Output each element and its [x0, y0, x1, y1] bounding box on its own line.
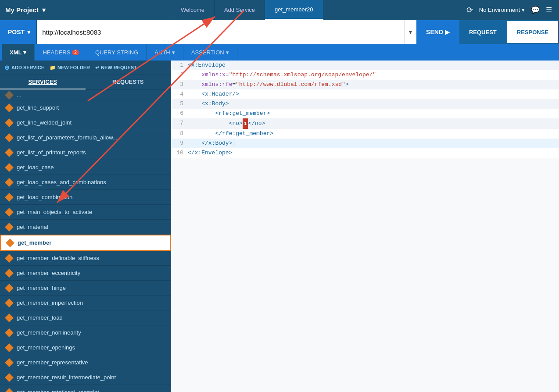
assertion-chevron-icon: ▾: [226, 49, 229, 56]
list-item-get-line-support[interactable]: get_line_support: [0, 100, 171, 115]
code-line-2: 2 xmlns:x="http://schemas.xmlsoap.org/so…: [171, 70, 559, 80]
service-icon: [5, 163, 14, 172]
service-icon: [5, 254, 14, 263]
project-name: My Project: [5, 6, 39, 14]
auth-chevron-icon: ▾: [172, 49, 175, 56]
add-service-plus-icon: ⊕: [4, 64, 10, 71]
service-icon: [5, 343, 14, 352]
list-item-get-load-case[interactable]: get_load_case: [0, 160, 171, 175]
chat-icon[interactable]: 💬: [531, 6, 540, 14]
list-item-get-material[interactable]: get_material: [0, 220, 171, 235]
code-line-1: 1 <x:Envelope: [171, 61, 559, 70]
list-item-get-member-load[interactable]: get_member_load: [0, 310, 171, 325]
list-item[interactable]: ...: [0, 90, 171, 100]
service-icon: [5, 148, 14, 157]
sub-tab-auth[interactable]: AUTH ▾: [147, 44, 183, 61]
services-list[interactable]: ... get_line_support get_line_welded_joi…: [0, 90, 171, 392]
sub-tab-assertion[interactable]: ASSERTION ▾: [183, 44, 237, 61]
list-item-get-list-of-parameters[interactable]: get_list_of_parameters_formula_allow...: [0, 130, 171, 145]
new-folder-button[interactable]: 📁 NEW FOLDER: [50, 65, 90, 71]
list-item-get-member-openings[interactable]: get_member_openings: [0, 340, 171, 355]
service-icon: [5, 118, 14, 127]
service-icon: [5, 133, 14, 142]
service-icon: [5, 328, 14, 337]
service-icon: [5, 388, 14, 392]
new-folder-icon: 📁: [50, 65, 56, 71]
project-title: My Project ▾: [0, 0, 171, 20]
service-icon: [6, 239, 14, 247]
sub-tab-bar: XML ▾ HEADERS 2 QUERY STRING AUTH ▾ ASSE…: [0, 44, 559, 61]
list-item-get-load-combination[interactable]: get_load_combination: [0, 190, 171, 205]
sidebar-actions: ⊕ ADD SERVICE 📁 NEW FOLDER ↩ NEW REQUEST: [0, 61, 171, 75]
list-item-get-main-objects-to-activate[interactable]: get_main_objects_to_activate: [0, 205, 171, 220]
tab-welcome[interactable]: Welcome: [171, 0, 215, 20]
menu-icon[interactable]: ☰: [546, 6, 552, 14]
list-item-get-member-rotational-restraint[interactable]: get_member_rotational_restraint: [0, 385, 171, 392]
top-right-controls: ⟳ No Environment ▾ 💬 ☰: [459, 0, 559, 20]
request-tab-button[interactable]: REQUEST: [459, 20, 506, 44]
list-item-get-member-imperfection[interactable]: get_member_imperfection: [0, 296, 171, 310]
sub-tab-headers[interactable]: HEADERS 2: [35, 44, 87, 61]
service-icon: [5, 103, 14, 112]
service-icon: [5, 373, 14, 382]
list-item-get-list-of-printout-reports[interactable]: get_list_of_printout_reports: [0, 145, 171, 160]
top-bar: My Project ▾ Welcome Add Service get_mem…: [0, 0, 559, 20]
service-icon: [5, 284, 14, 292]
cursor: 1: [243, 118, 248, 129]
list-item-get-member-result-intermediate-point[interactable]: get_member_result_intermediate_point: [0, 370, 171, 385]
service-icon: [5, 208, 14, 217]
sidebar-nav: SERVICES REQUESTS: [0, 75, 171, 90]
list-item-get-line-welded-joint[interactable]: get_line_welded_joint: [0, 115, 171, 130]
env-chevron-icon: ▾: [522, 7, 525, 13]
sub-tab-query-string[interactable]: QUERY STRING: [87, 44, 147, 61]
code-line-5: 5 <x:Body>: [171, 99, 559, 109]
code-editor[interactable]: 1 <x:Envelope 2 xmlns:x="http://schemas.…: [171, 61, 559, 392]
main-content: ⊕ ADD SERVICE 📁 NEW FOLDER ↩ NEW REQUEST…: [0, 61, 559, 392]
service-icon: [5, 223, 14, 232]
tab-add-service[interactable]: Add Service: [215, 0, 265, 20]
service-icon: [5, 91, 14, 100]
code-line-3: 3 xmlns:rfe="http://www.dlubal.com/rfem.…: [171, 80, 559, 89]
xml-chevron-icon: ▾: [23, 49, 26, 56]
code-line-6: 6 <rfe:get_member>: [171, 109, 559, 118]
project-chevron[interactable]: ▾: [42, 6, 46, 14]
list-item-get-member-nonlinearity[interactable]: get_member_nonlinearity: [0, 325, 171, 340]
code-line-7: 7 <no>1</no>: [171, 118, 559, 129]
sub-tab-xml[interactable]: XML ▾: [2, 44, 35, 61]
url-dropdown-button[interactable]: ▾: [404, 20, 416, 44]
list-item-get-load-cases-and-combinations[interactable]: get_load_cases_and_combinations: [0, 175, 171, 190]
list-item-get-member-eccentricity[interactable]: get_member_eccentricity: [0, 266, 171, 281]
method-button[interactable]: POST ▾: [0, 20, 37, 44]
service-icon: [5, 314, 14, 322]
tab-get-member20[interactable]: get_member20: [265, 0, 323, 20]
service-icon: [5, 299, 14, 307]
sidebar-nav-services[interactable]: SERVICES: [0, 75, 86, 89]
add-service-button[interactable]: ⊕ ADD SERVICE: [4, 64, 44, 71]
refresh-icon[interactable]: ⟳: [466, 5, 473, 15]
url-input[interactable]: [37, 20, 404, 44]
list-item-get-member-definable-stiffness[interactable]: get_member_definable_stiffness: [0, 251, 171, 266]
code-line-8: 8 </rfe:get_member>: [171, 129, 559, 139]
new-request-button[interactable]: ↩ NEW REQUEST: [95, 65, 137, 71]
method-chevron-icon: ▾: [27, 29, 30, 36]
sidebar-nav-requests[interactable]: REQUESTS: [86, 75, 171, 89]
service-icon: [5, 193, 14, 202]
list-item-get-member-representative[interactable]: get_member_representative: [0, 355, 171, 370]
code-line-10: 10 </x:Envelope>: [171, 148, 559, 158]
list-item-get-member-hinge[interactable]: get_member_hinge: [0, 281, 171, 296]
response-tab-button[interactable]: RESPONSE: [506, 20, 559, 44]
sidebar: ⊕ ADD SERVICE 📁 NEW FOLDER ↩ NEW REQUEST…: [0, 61, 171, 392]
url-bar: POST ▾ ▾ SEND ▶ REQUEST RESPONSE: [0, 20, 559, 44]
service-icon: [5, 269, 14, 278]
tab-bar: Welcome Add Service get_member20: [171, 0, 459, 20]
editor-area: 1 <x:Envelope 2 xmlns:x="http://schemas.…: [171, 61, 559, 392]
list-item-get-member[interactable]: get_member: [0, 235, 171, 251]
service-icon: [5, 358, 14, 367]
send-button[interactable]: SEND ▶: [416, 20, 459, 44]
code-line-4: 4 <x:Header/>: [171, 89, 559, 99]
environment-selector[interactable]: No Environment ▾: [479, 7, 525, 13]
code-line-9: 9 </x:Body>|: [171, 139, 559, 148]
service-icon: [5, 178, 14, 187]
new-request-icon: ↩: [95, 65, 99, 71]
